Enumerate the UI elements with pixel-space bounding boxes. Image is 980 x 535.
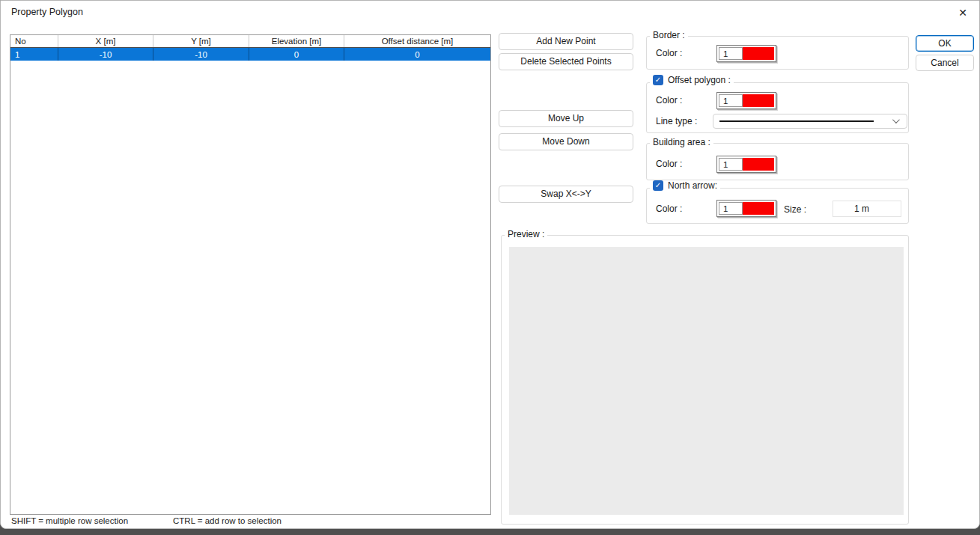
offset-polygon-group: ✓ Offset polygon : Color : 1 Line type : bbox=[646, 82, 909, 133]
dialog-title: Property Polygon bbox=[11, 7, 83, 17]
building-color-picker[interactable]: 1 bbox=[716, 156, 776, 173]
offset-polygon-checkbox[interactable]: ✓ bbox=[653, 75, 663, 85]
border-group-label: Border : bbox=[650, 30, 688, 40]
line-type-dropdown[interactable] bbox=[713, 114, 907, 129]
column-header-offset-distance[interactable]: Offset distance [m] bbox=[344, 35, 490, 47]
building-area-group: Building area : Color : 1 bbox=[646, 143, 909, 180]
column-header-x[interactable]: X [m] bbox=[58, 35, 153, 47]
building-area-group-label: Building area : bbox=[650, 137, 713, 147]
column-header-elevation[interactable]: Elevation [m] bbox=[249, 35, 344, 47]
north-arrow-checkbox-row: ✓ North arrow: bbox=[650, 180, 720, 191]
points-table[interactable]: No X [m] Y [m] Elevation [m] Offset dist… bbox=[10, 34, 491, 515]
offset-polygon-checkbox-row: ✓ Offset polygon : bbox=[650, 75, 734, 85]
size-input[interactable]: 1 m bbox=[833, 201, 901, 217]
ctrl-selection-hint: CTRL = add row to selection bbox=[173, 516, 281, 525]
add-new-point-button[interactable]: Add New Point bbox=[499, 33, 633, 50]
north-color-number[interactable]: 1 bbox=[719, 202, 743, 215]
offset-color-picker[interactable]: 1 bbox=[716, 92, 776, 109]
preview-group-label: Preview : bbox=[505, 229, 547, 239]
title-bar: Property Polygon ✕ bbox=[1, 1, 979, 25]
move-down-button[interactable]: Move Down bbox=[499, 133, 633, 150]
cancel-button[interactable]: Cancel bbox=[916, 55, 974, 71]
offset-polygon-label: Offset polygon : bbox=[668, 75, 731, 85]
offset-color-swatch[interactable] bbox=[743, 94, 774, 107]
border-group: Border : Color : 1 bbox=[646, 36, 909, 70]
preview-group: Preview : bbox=[501, 235, 909, 525]
north-color-swatch[interactable] bbox=[743, 202, 774, 215]
shift-selection-hint: SHIFT = multiple row selection bbox=[11, 516, 128, 525]
column-header-no[interactable]: No bbox=[10, 35, 58, 47]
close-icon[interactable]: ✕ bbox=[952, 4, 973, 22]
offset-color-number[interactable]: 1 bbox=[719, 94, 743, 107]
swap-xy-button[interactable]: Swap X<->Y bbox=[499, 186, 633, 203]
delete-selected-points-button[interactable]: Delete Selected Points bbox=[499, 53, 633, 70]
offset-color-label: Color : bbox=[656, 95, 682, 106]
building-color-number[interactable]: 1 bbox=[719, 158, 743, 171]
cell-offset-distance[interactable]: 0 bbox=[344, 48, 490, 61]
building-color-swatch[interactable] bbox=[743, 158, 774, 171]
north-color-label: Color : bbox=[656, 204, 682, 214]
north-color-picker[interactable]: 1 bbox=[716, 200, 776, 217]
property-polygon-dialog: Property Polygon ✕ No X [m] Y [m] Elevat… bbox=[0, 0, 980, 529]
cell-x[interactable]: -10 bbox=[58, 48, 153, 61]
cell-no[interactable]: 1 bbox=[10, 48, 58, 61]
preview-canvas bbox=[509, 247, 904, 515]
table-row[interactable]: 1 -10 -10 0 0 bbox=[10, 48, 490, 61]
ok-button[interactable]: OK bbox=[916, 35, 974, 52]
checkmark-icon: ✓ bbox=[655, 76, 661, 84]
move-up-button[interactable]: Move Up bbox=[499, 110, 633, 127]
chevron-down-icon bbox=[892, 116, 900, 123]
cell-y[interactable]: -10 bbox=[153, 48, 249, 61]
north-arrow-checkbox[interactable]: ✓ bbox=[653, 180, 663, 191]
building-color-label: Color : bbox=[656, 159, 682, 169]
checkmark-icon: ✓ bbox=[655, 182, 661, 189]
border-color-label: Color : bbox=[656, 48, 682, 58]
border-color-swatch[interactable] bbox=[743, 47, 774, 60]
column-header-y[interactable]: Y [m] bbox=[153, 35, 249, 47]
line-type-label: Line type : bbox=[656, 116, 697, 126]
table-header-row: No X [m] Y [m] Elevation [m] Offset dist… bbox=[10, 35, 490, 48]
border-color-picker[interactable]: 1 bbox=[716, 45, 776, 62]
cell-elevation[interactable]: 0 bbox=[249, 48, 344, 61]
north-arrow-label: North arrow: bbox=[668, 180, 717, 191]
size-label: Size : bbox=[784, 204, 806, 215]
north-arrow-group: ✓ North arrow: Color : 1 Size : 1 m bbox=[646, 188, 909, 224]
solid-line-sample bbox=[719, 120, 874, 122]
border-color-number[interactable]: 1 bbox=[719, 47, 743, 60]
